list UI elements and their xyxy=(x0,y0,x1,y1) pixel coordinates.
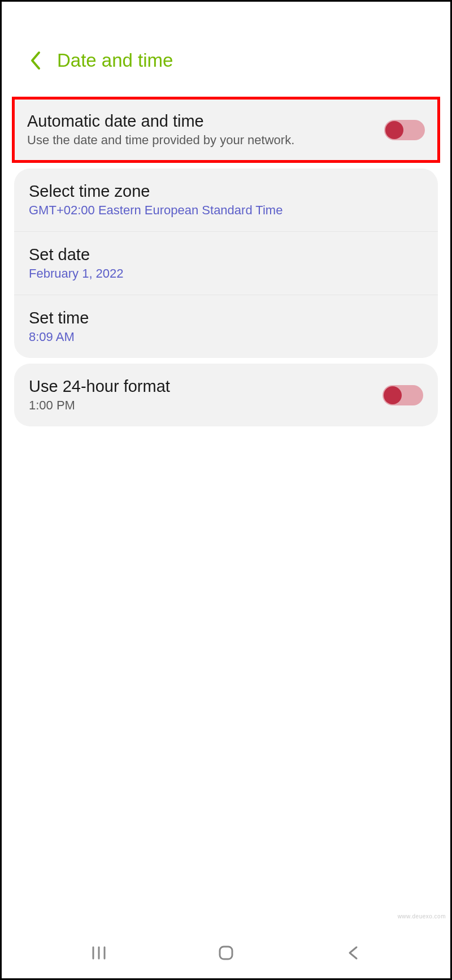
settime-title: Set time xyxy=(29,309,423,327)
header: Date and time xyxy=(2,2,450,91)
format24-title: Use 24-hour format xyxy=(29,377,371,396)
page-title: Date and time xyxy=(57,50,173,71)
watermark: www.deuexo.com xyxy=(398,913,446,919)
auto-date-time-title: Automatic date and time xyxy=(27,112,373,131)
setdate-row[interactable]: Set date February 1, 2022 xyxy=(14,232,438,295)
svg-rect-3 xyxy=(220,947,232,959)
auto-date-time-toggle[interactable] xyxy=(384,120,425,140)
format24-subtitle: 1:00 PM xyxy=(29,398,371,413)
home-icon[interactable] xyxy=(215,942,237,964)
back-icon[interactable] xyxy=(29,50,41,71)
highlighted-section: Automatic date and time Use the date and… xyxy=(12,97,440,163)
settime-value: 8:09 AM xyxy=(29,330,423,344)
format24-row[interactable]: Use 24-hour format 1:00 PM xyxy=(14,364,438,426)
nav-bar xyxy=(2,927,450,978)
recent-apps-icon[interactable] xyxy=(88,942,110,964)
nav-back-icon[interactable] xyxy=(342,942,364,964)
settings-card-1: Select time zone GMT+02:00 Eastern Europ… xyxy=(14,169,438,358)
timezone-title: Select time zone xyxy=(29,182,423,201)
settings-card-2: Use 24-hour format 1:00 PM xyxy=(14,364,438,426)
setdate-value: February 1, 2022 xyxy=(29,266,423,281)
timezone-row[interactable]: Select time zone GMT+02:00 Eastern Europ… xyxy=(14,169,438,232)
auto-date-time-row[interactable]: Automatic date and time Use the date and… xyxy=(15,100,437,160)
setdate-title: Set date xyxy=(29,245,423,264)
timezone-value: GMT+02:00 Eastern European Standard Time xyxy=(29,203,423,218)
settime-row[interactable]: Set time 8:09 AM xyxy=(14,295,438,358)
auto-date-time-subtitle: Use the date and time provided by your n… xyxy=(27,133,373,148)
format24-toggle[interactable] xyxy=(383,385,423,405)
